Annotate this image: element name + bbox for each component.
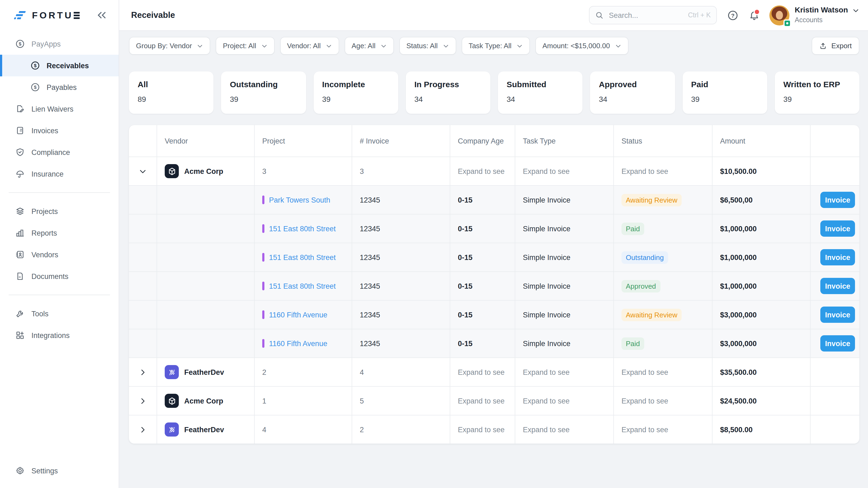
- invoice-button[interactable]: Invoice: [820, 335, 855, 352]
- acme-cube-logo-icon: [165, 164, 179, 178]
- notifications-button[interactable]: [748, 10, 760, 21]
- sidebar-collapse-icon[interactable]: [96, 9, 108, 21]
- chevron-down-icon: [516, 42, 523, 49]
- tab-paid[interactable]: Paid 39: [682, 71, 767, 114]
- project-color-bar: [262, 282, 264, 290]
- tab-label: Submitted: [506, 79, 574, 89]
- expander-empty: [129, 301, 157, 329]
- invoice-count: 3: [352, 157, 450, 185]
- sidebar-item-tools[interactable]: Tools: [0, 303, 119, 324]
- sidebar-item-invoices[interactable]: Invoices: [0, 120, 119, 141]
- amount-value: $1,000,000: [713, 243, 811, 271]
- sidebar-item-vendors[interactable]: Vendors: [0, 244, 119, 265]
- filter-label: Group By: Vendor: [136, 42, 192, 50]
- invoice-button[interactable]: Invoice: [820, 221, 855, 237]
- invoice-number: 12345: [352, 272, 450, 300]
- sidebar-nav: $ PayApps $ Receivables $ Payables: [0, 33, 119, 346]
- expand-row-button[interactable]: [129, 358, 157, 386]
- sidebar-item-integrations[interactable]: Integrations: [0, 324, 119, 346]
- sidebar-item-settings[interactable]: Settings: [0, 460, 119, 482]
- filter-task-type[interactable]: Task Type: All: [462, 37, 530, 55]
- sidebar-item-insurance[interactable]: Insurance: [0, 163, 119, 185]
- vendor-empty: [157, 329, 255, 357]
- tab-label: Written to ERP: [783, 79, 851, 89]
- project-link[interactable]: 151 East 80th Street: [269, 282, 336, 290]
- invoice-count: 4: [352, 358, 450, 386]
- export-button[interactable]: Export: [812, 37, 859, 55]
- tab-in-progress[interactable]: In Progress 34: [406, 71, 491, 114]
- topbar: Receivable Ctrl + K ?: [119, 0, 868, 31]
- expand-row-button[interactable]: [129, 415, 157, 444]
- help-button[interactable]: ?: [727, 9, 738, 21]
- invoice-count: 5: [352, 387, 450, 415]
- project-link[interactable]: 1160 Fifth Avenue: [269, 339, 327, 348]
- amount-value: $10,500.00: [713, 157, 811, 185]
- invoice-button[interactable]: Invoice: [820, 278, 855, 294]
- filter-group-by[interactable]: Group By: Vendor: [129, 37, 211, 55]
- filter-age[interactable]: Age: All: [345, 37, 394, 55]
- project-link[interactable]: 151 East 80th Street: [269, 253, 336, 261]
- content: Group By: Vendor Project: All Vendor: Al…: [119, 31, 868, 488]
- tab-all[interactable]: All 89: [129, 71, 214, 114]
- user-avatar[interactable]: [769, 5, 789, 25]
- page-title: Receivable: [131, 10, 175, 20]
- invoice-number: 12345: [352, 329, 450, 357]
- tab-label: Paid: [691, 79, 758, 89]
- expander-empty: [129, 329, 157, 357]
- main: Receivable Ctrl + K ?: [119, 0, 868, 488]
- search-input[interactable]: [608, 10, 688, 20]
- search-box[interactable]: Ctrl + K: [589, 6, 717, 24]
- project-link[interactable]: 1160 Fifth Avenue: [269, 311, 327, 319]
- project-link[interactable]: 151 East 80th Street: [269, 225, 336, 233]
- invoice-count: 2: [352, 415, 450, 444]
- sidebar-item-payables[interactable]: $ Payables: [0, 76, 119, 98]
- tab-written-to-erp[interactable]: Written to ERP 39: [775, 71, 860, 114]
- sidebar-item-label: PayApps: [31, 40, 61, 48]
- expand-hint: Expand to see: [614, 415, 713, 444]
- tab-count: 89: [137, 95, 205, 103]
- brand-logo-icon: [13, 8, 27, 23]
- tab-count: 39: [230, 95, 298, 103]
- table-row-group[interactable]: Acme Corp 1 5 Expand to see Expand to se…: [129, 387, 859, 415]
- document-icon: [15, 271, 25, 281]
- expand-row-button[interactable]: [129, 387, 157, 415]
- filter-vendor[interactable]: Vendor: All: [280, 37, 339, 55]
- filter-amount[interactable]: Amount: <$15,000.00: [535, 37, 628, 55]
- table-row-group[interactable]: FeatherDev 4 2 Expand to see Expand to s…: [129, 415, 859, 444]
- sidebar-item-reports[interactable]: Reports: [0, 222, 119, 244]
- sidebar-item-projects[interactable]: Projects: [0, 200, 119, 222]
- filter-label: Vendor: All: [287, 42, 321, 50]
- filter-status[interactable]: Status: All: [399, 37, 456, 55]
- project-link[interactable]: Park Towers South: [269, 196, 330, 204]
- user-menu[interactable]: Kristin Watson Accounts: [795, 6, 859, 25]
- sidebar-item-payapps[interactable]: $ PayApps: [0, 33, 119, 55]
- project-count: 3: [255, 157, 352, 185]
- collapse-row-button[interactable]: [129, 157, 157, 185]
- invoice-number: 12345: [352, 301, 450, 329]
- table-row-group[interactable]: FeatherDev 2 4 Expand to see Expand to s…: [129, 358, 859, 387]
- tab-outstanding[interactable]: Outstanding 39: [221, 71, 306, 114]
- expand-hint: Expand to see: [450, 157, 515, 185]
- table-row-group[interactable]: Acme Corp 3 3 Expand to see Expand to se…: [129, 157, 859, 186]
- sidebar-item-documents[interactable]: Documents: [0, 265, 119, 287]
- sidebar-item-label: Integrations: [31, 331, 70, 339]
- search-icon: [595, 11, 603, 20]
- invoice-button[interactable]: Invoice: [820, 306, 855, 323]
- company-age: 0-15: [450, 272, 515, 300]
- vendor-empty: [157, 243, 255, 271]
- sidebar-item-lien-waivers[interactable]: Lien Waivers: [0, 98, 119, 120]
- tab-incomplete[interactable]: Incomplete 39: [313, 71, 398, 114]
- header-expander: [129, 125, 157, 157]
- filter-project[interactable]: Project: All: [216, 37, 275, 55]
- actions-cell: [811, 387, 859, 415]
- table-row-detail: Park Towers South 12345 0-15 Simple Invo…: [129, 186, 859, 215]
- tab-approved[interactable]: Approved 34: [590, 71, 675, 114]
- table-row-detail: 151 East 80th Street 12345 0-15 Simple I…: [129, 243, 859, 272]
- tab-submitted[interactable]: Submitted 34: [498, 71, 583, 114]
- invoice-button[interactable]: Invoice: [820, 192, 855, 208]
- invoice-button[interactable]: Invoice: [820, 249, 855, 265]
- sidebar-item-receivables[interactable]: $ Receivables: [0, 55, 119, 76]
- sidebar-item-compliance[interactable]: Compliance: [0, 141, 119, 163]
- chevron-down-icon: [197, 42, 204, 49]
- company-age: 0-15: [450, 329, 515, 357]
